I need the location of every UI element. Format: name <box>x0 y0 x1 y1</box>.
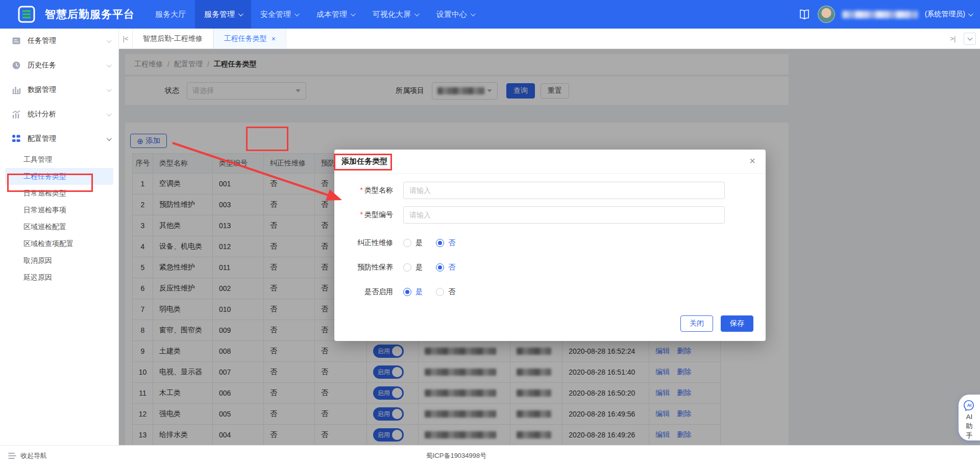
username-redacted <box>842 11 918 18</box>
sidebar-item-任务管理[interactable]: 任务管理 <box>0 29 118 53</box>
sidebar-item-数据管理[interactable]: 数据管理 <box>0 78 118 102</box>
top-navbar: 智慧后勤服务平台 服务大厅服务管理安全管理成本管理可视化大屏设置中心 (系统管理… <box>0 0 980 29</box>
tab-智慧后勤-工程维修[interactable]: 智慧后勤-工程维修 <box>132 29 213 48</box>
app-root: 智慧后勤服务平台 服务大厅服务管理安全管理成本管理可视化大屏设置中心 (系统管理… <box>0 0 980 465</box>
name-input[interactable] <box>403 182 725 199</box>
radio-option-是[interactable]: 是 <box>403 238 423 248</box>
chevron-down-icon <box>967 35 972 40</box>
radio-circle-icon <box>436 288 444 296</box>
radio-options: 是否 <box>403 287 455 297</box>
radio-option-是[interactable]: 是 <box>403 263 423 272</box>
platform-title: 智慧后勤服务平台 <box>45 7 135 21</box>
tabs-scroll-right-icon[interactable]: >| <box>946 35 960 42</box>
collapse-sidebar-button[interactable]: 收起导航 <box>8 446 47 465</box>
radio-group-label: 预防性保养 <box>334 263 393 272</box>
radio-circle-icon <box>436 263 444 272</box>
radio-circle-icon <box>436 239 444 247</box>
radio-option-否[interactable]: 否 <box>436 263 455 272</box>
manual-book-icon[interactable] <box>798 8 811 20</box>
modal-field-name: *类型名称 <box>334 182 766 199</box>
sidebar: 任务管理历史任务数据管理统计分析配置管理工具管理工程任务类型日常巡检类型日常巡检… <box>0 29 119 445</box>
radio-option-label: 是 <box>415 238 423 248</box>
ai-assistant-widget[interactable]: AI AI 助 手 <box>959 395 980 440</box>
chevron-down-icon <box>968 11 973 16</box>
radio-option-label: 否 <box>448 287 455 297</box>
code-field-label: *类型编号 <box>334 210 393 219</box>
nav-right: (系统管理员) <box>798 6 980 23</box>
sidebar-item-历史任务[interactable]: 历史任务 <box>0 53 118 78</box>
name-field-label: *类型名称 <box>334 186 393 195</box>
ai-label: 手 <box>966 431 973 439</box>
radio-option-是[interactable]: 是 <box>403 287 423 297</box>
sidebar-item-配置管理[interactable]: 配置管理 <box>0 127 118 151</box>
required-mark: * <box>360 210 363 218</box>
nav-item-可视化大屏[interactable]: 可视化大屏 <box>363 0 427 29</box>
tab-bar: |< 智慧后勤-工程维修工程任务类型× >| <box>119 29 980 49</box>
sidebar-item-label: 历史任务 <box>28 61 107 70</box>
radio-options: 是否 <box>403 238 455 248</box>
stats-icon <box>11 109 21 119</box>
nav-item-label: 服务管理 <box>204 10 235 19</box>
ai-label: AI <box>966 412 972 421</box>
page-footer: 收起导航 蜀ICP备19034998号 <box>0 445 980 465</box>
sidebar-item-区域巡检配置[interactable]: 区域巡检配置 <box>5 218 113 235</box>
chevron-down-icon <box>107 136 112 141</box>
nav-item-服务管理[interactable]: 服务管理 <box>195 0 251 29</box>
sidebar-item-取消原因[interactable]: 取消原因 <box>5 252 113 269</box>
nav-item-label: 服务大厅 <box>155 10 186 19</box>
sidebar-item-label: 统计分析 <box>28 110 107 119</box>
nav-item-设置中心[interactable]: 设置中心 <box>427 0 483 29</box>
sidebar-item-统计分析[interactable]: 统计分析 <box>0 102 118 127</box>
tab-close-icon[interactable]: × <box>272 35 276 43</box>
radio-circle-icon <box>403 288 411 296</box>
tabs-menu-button[interactable] <box>964 33 976 45</box>
modal-body: *类型名称 *类型编号 纠正性维修是否预防性保养是否是否启用是否 <box>334 174 766 304</box>
modal-close-button[interactable]: 关闭 <box>680 315 713 332</box>
sidebar-item-label: 数据管理 <box>28 85 107 94</box>
chevron-down-icon <box>107 38 112 43</box>
collapse-sidebar-label: 收起导航 <box>20 451 47 460</box>
tab-工程任务类型[interactable]: 工程任务类型× <box>213 29 286 48</box>
radio-circle-icon <box>403 263 411 272</box>
sidebar-item-label: 配置管理 <box>28 134 107 143</box>
sidebar-item-工程任务类型[interactable]: 工程任务类型 <box>5 168 113 185</box>
sidebar-item-日常巡检类型[interactable]: 日常巡检类型 <box>5 185 113 202</box>
sidebar-item-区域检查项配置[interactable]: 区域检查项配置 <box>5 235 113 252</box>
modal-field-预防性保养: 预防性保养是否 <box>334 255 766 280</box>
radio-circle-icon <box>403 239 411 247</box>
radio-option-否[interactable]: 否 <box>436 287 455 297</box>
icp-record-text: 蜀ICP备19034998号 <box>426 446 487 465</box>
radio-group-label: 是否启用 <box>334 287 393 297</box>
tabs-scroll-left-icon[interactable]: |< <box>119 29 132 48</box>
nav-items: 服务大厅服务管理安全管理成本管理可视化大屏设置中心 <box>146 0 483 29</box>
history-icon <box>11 60 21 70</box>
chevron-down-icon <box>471 11 476 16</box>
nav-item-服务大厅[interactable]: 服务大厅 <box>146 0 195 29</box>
config-icon <box>11 134 21 144</box>
close-icon[interactable]: × <box>749 156 755 166</box>
radio-options: 是否 <box>403 263 455 272</box>
radio-option-label: 是 <box>415 287 423 297</box>
modal-field-纠正性维修: 纠正性维修是否 <box>334 231 766 255</box>
sidebar-item-延迟原因[interactable]: 延迟原因 <box>5 269 113 286</box>
nav-item-label: 成本管理 <box>316 10 347 19</box>
radio-group-label: 纠正性维修 <box>334 238 393 248</box>
user-avatar[interactable] <box>818 6 835 23</box>
tab-bar-controls: >| <box>946 29 980 48</box>
chevron-down-icon <box>107 87 112 92</box>
ai-assistant-icon: AI <box>963 399 976 412</box>
nav-item-成本管理[interactable]: 成本管理 <box>307 0 363 29</box>
user-role[interactable]: (系统管理员) <box>925 10 972 19</box>
sidebar-item-日常巡检事项[interactable]: 日常巡检事项 <box>5 202 113 218</box>
modal-save-button[interactable]: 保存 <box>721 315 753 332</box>
radio-option-否[interactable]: 否 <box>436 238 455 248</box>
chevron-down-icon <box>107 111 112 116</box>
tasks-icon <box>11 36 21 46</box>
nav-item-安全管理[interactable]: 安全管理 <box>251 0 307 29</box>
radio-option-label: 否 <box>448 238 455 248</box>
modal-footer: 关闭 保存 <box>680 315 753 332</box>
sidebar-item-工具管理[interactable]: 工具管理 <box>5 151 113 168</box>
code-input[interactable] <box>403 206 725 224</box>
data-icon <box>11 85 21 95</box>
chevron-down-icon <box>107 62 112 67</box>
